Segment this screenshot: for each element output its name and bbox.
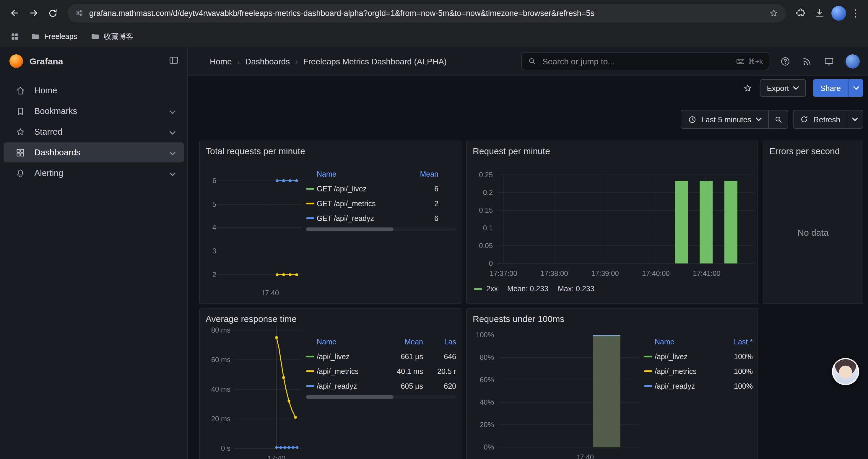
series-color-dash	[306, 218, 314, 219]
sidebar-toggle-button[interactable]	[168, 55, 179, 68]
scrollbar-thumb[interactable]	[306, 395, 394, 399]
floating-avatar[interactable]	[832, 358, 859, 385]
series-name[interactable]: GET /api/_readyz	[317, 214, 410, 222]
monitor-icon[interactable]	[824, 56, 834, 66]
grafana-topnav-left: Grafana	[0, 47, 188, 75]
y-tick: 0 s	[203, 444, 230, 453]
sidebar-item-alerting[interactable]: Alerting	[4, 163, 184, 183]
series-name[interactable]: GET /api/_metrics	[317, 199, 410, 208]
star-icon	[16, 127, 25, 137]
browser-profile-avatar[interactable]	[831, 6, 846, 21]
chevron-down-icon[interactable]	[169, 127, 176, 136]
y-tick: 0.2	[471, 189, 493, 197]
breadcrumb-dashboards[interactable]: Dashboards	[245, 57, 290, 66]
reload-button[interactable]	[44, 4, 61, 22]
sidebar-item-bookmarks[interactable]: Bookmarks	[4, 101, 184, 121]
sidebar-item-home[interactable]: Home	[4, 80, 184, 100]
y-tick: 60 ms	[203, 356, 230, 364]
legend-table: Name Last * /api/_livez 100% /api/_metri…	[644, 335, 753, 393]
search-input[interactable]	[541, 56, 731, 66]
apps-grid-button[interactable]	[7, 29, 23, 44]
url-bar[interactable]: grafana.mathmast.com/d/deytv4rwavabkb/fr…	[67, 4, 786, 22]
sidebar-item-dashboards[interactable]: Dashboards	[4, 142, 184, 162]
series-name[interactable]: /api/_livez	[655, 352, 722, 361]
url-text[interactable]: grafana.mathmast.com/d/deytv4rwavabkb/fr…	[89, 8, 764, 18]
series-color-dash	[306, 356, 314, 357]
bell-icon	[16, 168, 25, 178]
search-box[interactable]: ⌘+k	[521, 52, 769, 70]
breadcrumb-home[interactable]: Home	[210, 57, 232, 66]
series-mean: 6	[410, 185, 438, 193]
y-tick: 2	[203, 270, 216, 279]
zoom-out-button[interactable]	[769, 110, 788, 128]
legend-header: Name Mean	[306, 167, 438, 182]
downloads-button[interactable]	[811, 4, 829, 22]
series-name[interactable]: /api/_metrics	[655, 367, 722, 375]
series-name[interactable]: /api/_readyz	[317, 382, 384, 390]
y-tick: 80 ms	[203, 326, 230, 334]
forward-icon	[28, 8, 39, 18]
bookmark-star-icon[interactable]	[769, 8, 779, 18]
chevron-down-icon[interactable]	[169, 168, 176, 178]
user-avatar[interactable]	[845, 54, 860, 68]
back-button[interactable]	[6, 4, 24, 22]
refresh-button[interactable]: Refresh	[794, 110, 847, 128]
legend-row: GET /api/_livez 6	[306, 182, 438, 196]
chevron-down-icon	[756, 118, 762, 121]
sidebar-item-label: Bookmarks	[34, 106, 77, 116]
panel-title[interactable]: Total requests per minute	[206, 146, 305, 156]
apps-grid-icon	[10, 32, 20, 41]
series-max-stat: Max: 0.233	[558, 285, 594, 293]
panel-title[interactable]: Errors per second	[769, 146, 840, 156]
rss-icon[interactable]	[802, 56, 812, 66]
legend-row: /api/_readyz 605 µs 620	[306, 379, 456, 393]
legend-row: /api/_livez 100%	[644, 349, 753, 364]
screen: grafana.mathmast.com/d/deytv4rwavabkb/fr…	[0, 0, 868, 459]
legend-scrollbar[interactable]	[306, 227, 456, 231]
legend-table: Name Mean Las /api/_livez 661 µs 646 /ap…	[306, 335, 456, 393]
share-menu-button[interactable]	[848, 79, 863, 97]
scrollbar-thumb[interactable]	[306, 227, 394, 231]
panel-title[interactable]: Request per minute	[473, 146, 550, 156]
series-name[interactable]: /api/_livez	[317, 352, 384, 361]
panel-errors-per-second: Errors per second No data	[763, 140, 863, 304]
site-settings-icon[interactable]	[74, 8, 84, 18]
help-icon[interactable]	[780, 56, 790, 66]
time-controls-row: Last 5 minutes Refresh	[681, 110, 863, 129]
sidebar-item-starred[interactable]: Starred	[4, 122, 184, 142]
legend-row: /api/_metrics 40.1 ms 20.5 r	[306, 364, 456, 379]
browser-menu-button[interactable]: ⋮	[849, 7, 862, 19]
series-name[interactable]: /api/_readyz	[655, 382, 722, 390]
sidebar-item-label: Alerting	[34, 168, 63, 178]
y-tick: 40 ms	[203, 385, 230, 393]
series-name[interactable]: 2xx	[486, 285, 498, 293]
forward-button[interactable]	[25, 4, 42, 22]
sidebar-item-label: Starred	[34, 127, 62, 136]
panel-title[interactable]: Average response time	[206, 314, 297, 324]
y-tick: 0.1	[471, 224, 493, 232]
panel-title[interactable]: Requests under 100ms	[473, 314, 564, 324]
panel-request-per-minute: Request per minute 0.25 0.2 0.15 0.1 0.0…	[466, 140, 758, 304]
y-tick: 0.05	[471, 241, 493, 250]
extensions-button[interactable]	[792, 4, 809, 22]
clock-icon	[688, 115, 696, 124]
grafana-logo[interactable]	[9, 54, 23, 68]
time-range-picker[interactable]: Last 5 minutes	[681, 110, 769, 128]
dashboard-actions-row: Export Share	[188, 75, 868, 101]
legend-scrollbar[interactable]	[306, 395, 456, 399]
export-button[interactable]: Export	[760, 79, 806, 97]
chevron-down-icon[interactable]	[169, 106, 176, 116]
bookmark-item[interactable]: 收藏博客	[85, 29, 138, 44]
panel-average-response-time: Average response time 80 ms 60 ms 40 ms …	[199, 308, 462, 459]
series-last: 646	[423, 352, 456, 361]
bookmark-item[interactable]: Freeleaps	[26, 30, 82, 44]
chevron-down-icon[interactable]	[169, 148, 176, 157]
series-name[interactable]: GET /api/_livez	[317, 185, 410, 193]
series-last: 100%	[722, 382, 753, 390]
keyboard-icon	[736, 57, 745, 66]
refresh-interval-button[interactable]	[847, 110, 863, 128]
favorite-star-button[interactable]	[742, 83, 752, 93]
time-range-label: Last 5 minutes	[701, 115, 751, 124]
series-name[interactable]: /api/_metrics	[317, 367, 384, 375]
share-button[interactable]: Share	[813, 79, 848, 97]
